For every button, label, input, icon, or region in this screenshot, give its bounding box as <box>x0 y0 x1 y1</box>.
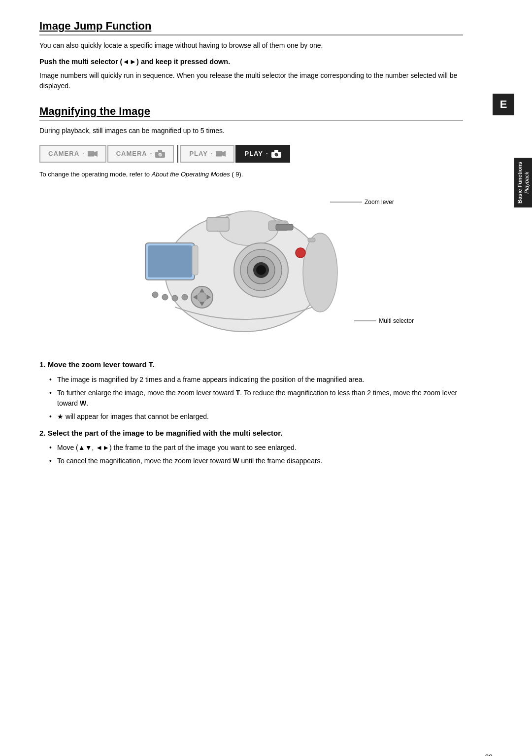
numbered-item-1: 1. Move the zoom lever toward T. The ima… <box>39 359 463 422</box>
svg-point-30 <box>197 292 207 302</box>
mode-divider <box>177 145 178 163</box>
mode-btn-play-photo-label: PLAY <box>244 150 263 157</box>
section1-detail: Image numbers will quickly run in sequen… <box>39 70 463 91</box>
section1-intro: You can also quickly locate a specific i… <box>39 40 463 51</box>
svg-rect-3 <box>158 150 162 152</box>
play-video-icon <box>216 150 226 157</box>
mode-btn-camera-photo-label: CAMERA <box>116 150 147 157</box>
svg-marker-1 <box>94 151 98 157</box>
svg-rect-38 <box>276 224 293 230</box>
zoom-lever-label-text: Zoom lever <box>365 199 394 206</box>
svg-rect-24 <box>148 245 192 277</box>
reference-before: To change the operating mode, refer to <box>39 171 152 178</box>
bullet-list-2: Move (▲▼, ◄►) the frame to the part of t… <box>49 443 463 466</box>
section2-intro: During playback, still images can be mag… <box>39 126 463 136</box>
svg-point-37 <box>296 248 305 258</box>
mode-btn-camera-video: CAMERA · <box>39 145 106 163</box>
page-container: E Basic Functions Playback Image Jump Fu… <box>0 20 532 756</box>
e-label-text: E <box>500 98 507 111</box>
camera-illustration <box>116 194 362 348</box>
numbered-section: 1. Move the zoom lever toward T. The ima… <box>39 359 463 466</box>
video-icon <box>88 150 98 157</box>
svg-rect-6 <box>216 151 222 156</box>
side-tab-line1: Basic Functions <box>517 162 523 204</box>
w-symbol-1: W <box>80 399 86 407</box>
numbered-2-title: Select the part of the image to be magni… <box>48 429 283 437</box>
svg-point-35 <box>303 233 337 312</box>
bullet-1-3-text: ★ will appear for images that cannot be … <box>57 412 209 420</box>
mode-btn-play-video: PLAY · <box>180 145 234 163</box>
zoom-lever-label: Zoom lever <box>365 199 394 206</box>
numbered-1-number: 1. <box>39 360 46 369</box>
svg-rect-0 <box>88 151 94 156</box>
bullet-1-1: The image is magnified by 2 times and a … <box>49 375 463 385</box>
mode-btn-camera-video-dot: · <box>82 150 85 157</box>
numbered-title-2: 2. Select the part of the image to be ma… <box>39 428 463 439</box>
bullet-1-2: To further enlarge the image, move the z… <box>49 388 463 409</box>
svg-point-11 <box>275 153 277 156</box>
camera-still-icon <box>155 150 165 158</box>
multi-selector-label-text: Multi selector <box>379 317 414 324</box>
bullet-2-1: Move (▲▼, ◄►) the frame to the part of t… <box>49 443 463 453</box>
mode-btn-play-photo-active: PLAY · <box>235 145 290 163</box>
reference-italic: About the Operating Modes <box>152 171 230 178</box>
svg-rect-39 <box>192 245 198 275</box>
side-tab-line2: Playback <box>524 172 530 194</box>
w-symbol-2: W <box>233 457 239 465</box>
section2-title: Magnifying the Image <box>39 105 463 121</box>
numbered-title-1: 1. Move the zoom lever toward T. <box>39 359 463 371</box>
svg-marker-7 <box>222 151 226 157</box>
diagram-area: Zoom lever Multi selector <box>39 184 463 351</box>
numbered-2-number: 2. <box>39 429 46 437</box>
mode-btn-camera-video-label: CAMERA <box>48 150 79 157</box>
svg-point-28 <box>182 294 188 300</box>
numbered-1-title: Move the zoom lever toward T. <box>48 360 155 369</box>
mode-btn-play-video-label: PLAY <box>189 150 207 157</box>
svg-rect-9 <box>274 150 278 152</box>
side-tab-text: Basic Functions Playback <box>516 162 531 204</box>
mode-btn-camera-photo: CAMERA · <box>107 145 174 163</box>
svg-point-26 <box>162 294 168 300</box>
e-label: E <box>493 94 514 115</box>
svg-rect-21 <box>207 217 229 231</box>
reference-end: ( 9). <box>230 171 243 178</box>
bullet-1-1-text: The image is magnified by 2 times and a … <box>57 376 364 383</box>
bullet-list-1: The image is magnified by 2 times and a … <box>49 375 463 422</box>
mode-btn-play-photo-dot: · <box>266 150 268 157</box>
svg-point-27 <box>172 295 178 301</box>
mode-btn-play-video-dot: · <box>211 150 213 157</box>
page-number: 29 <box>485 753 493 756</box>
section1-bold-instruction: Push the multi selector (◄►) and keep it… <box>39 57 463 68</box>
reference-line: To change the operating mode, refer to A… <box>39 170 463 179</box>
svg-rect-36 <box>308 238 315 242</box>
svg-point-25 <box>152 292 158 298</box>
multi-selector-label: Multi selector <box>379 317 414 324</box>
play-camera-icon <box>271 150 281 158</box>
svg-point-20 <box>256 265 266 275</box>
section1-title: Image Jump Function <box>39 20 463 35</box>
t-symbol-1: T <box>236 389 240 397</box>
numbered-item-2: 2. Select the part of the image to be ma… <box>39 428 463 467</box>
bullet-1-3: ★ will appear for images that cannot be … <box>49 412 463 422</box>
mode-btn-camera-photo-dot: · <box>150 150 153 157</box>
svg-point-5 <box>159 153 162 156</box>
main-content: Image Jump Function You can also quickly… <box>39 20 493 466</box>
bullet-2-2: To cancel the magnification, move the zo… <box>49 456 463 466</box>
mode-buttons-row: CAMERA · CAMERA · <box>39 145 463 163</box>
side-tab: Basic Functions Playback <box>514 158 532 207</box>
